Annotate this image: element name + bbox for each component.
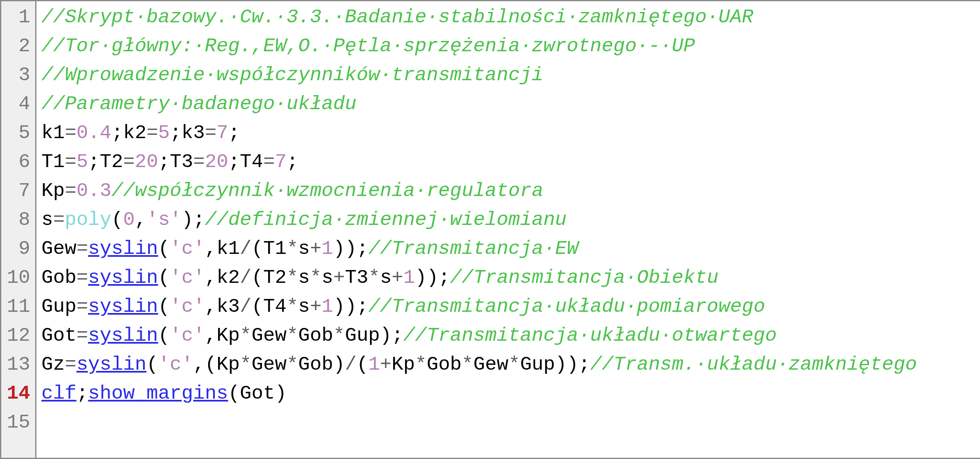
code-token: 20 — [205, 151, 228, 173]
code-token: ,k3 — [205, 296, 240, 318]
code-token: , — [135, 209, 147, 231]
line-number: 3 — [1, 61, 30, 90]
code-token: + — [333, 267, 345, 289]
code-token: + — [392, 267, 403, 289]
code-token: = — [53, 209, 65, 231]
code-line[interactable]: Got=syslin('c',Kp*Gew*Gob*Gup);//Transmi… — [41, 321, 980, 350]
code-token: //Skrypt·bazowy.·Cw.·3.3.·Badanie·stabil… — [41, 6, 753, 28]
code-token: //Wprowadzenie·współczynników·transmitan… — [41, 64, 543, 86]
code-line[interactable]: k1=0.4;k2=5;k3=7; — [41, 119, 980, 148]
code-token: syslin — [77, 354, 147, 375]
code-line[interactable]: //Wprowadzenie·współczynników·transmitan… — [41, 61, 980, 90]
line-number: 10 — [1, 263, 30, 292]
code-token: (T1 — [252, 238, 287, 260]
code-area[interactable]: //Skrypt·bazowy.·Cw.·3.3.·Badanie·stabil… — [36, 1, 980, 458]
code-token: = — [77, 296, 88, 318]
line-number-gutter: 123456789101112131415 — [1, 1, 36, 458]
code-token: + — [310, 296, 322, 318]
code-line[interactable]: //Parametry·badanego·układu — [41, 90, 980, 119]
code-token: 5 — [158, 122, 170, 144]
code-editor[interactable]: 123456789101112131415 //Skrypt·bazowy.·C… — [0, 0, 980, 459]
code-token: ,Kp — [205, 325, 240, 347]
code-token: + — [380, 354, 392, 375]
code-token: Gew — [252, 325, 287, 347]
code-token: 'c' — [170, 238, 205, 260]
code-token: syslin — [88, 325, 158, 347]
code-token: syslin — [88, 238, 158, 260]
code-token: Gob — [298, 325, 334, 347]
code-token: = — [77, 325, 88, 347]
line-number: 1 — [1, 3, 30, 32]
line-number: 2 — [1, 32, 30, 61]
code-token: 0.3 — [77, 180, 112, 202]
code-line[interactable]: T1=5;T2=20;T3=20;T4=7; — [41, 148, 980, 177]
code-token: * — [286, 325, 298, 347]
code-token: )); — [333, 296, 368, 318]
code-token: T1 — [41, 151, 65, 173]
line-number: 14 — [1, 379, 30, 408]
code-token: )); — [333, 238, 368, 260]
code-token: = — [65, 122, 76, 144]
code-line[interactable]: Gew=syslin('c',k1/(T1*s+1));//Transmitan… — [41, 234, 980, 263]
code-token: 'c' — [170, 325, 205, 347]
code-token: Gew — [41, 238, 77, 260]
line-number: 7 — [1, 177, 30, 206]
code-line[interactable]: Gup=syslin('c',k3/(T4*s+1));//Transmitan… — [41, 292, 980, 321]
code-line[interactable]: //Skrypt·bazowy.·Cw.·3.3.·Badanie·stabil… — [41, 3, 980, 32]
code-token: ( — [158, 267, 170, 289]
code-token: * — [310, 267, 322, 289]
code-token: 20 — [135, 151, 158, 173]
code-token: ,k1 — [205, 238, 240, 260]
code-token: ( — [111, 209, 123, 231]
code-token: * — [368, 267, 380, 289]
code-token: Kp — [392, 354, 415, 375]
code-token: )); — [415, 267, 450, 289]
code-token: ; — [77, 382, 88, 404]
code-token: 0 — [123, 209, 135, 231]
line-number: 13 — [1, 350, 30, 379]
code-token: / — [240, 296, 252, 318]
code-token: s — [298, 267, 310, 289]
code-line[interactable]: s=poly(0,'s');//definicja·zmiennej·wielo… — [41, 206, 980, 234]
code-token: Gew — [473, 354, 509, 375]
code-line[interactable] — [41, 408, 980, 437]
code-token: (T4 — [252, 296, 287, 318]
code-token: / — [240, 238, 252, 260]
code-token: ;T2 — [88, 151, 123, 173]
code-token: //Transmitancja·EW — [368, 238, 579, 260]
code-line[interactable]: //Tor·główny:·Reg.,EW,O.·Pętla·sprzężeni… — [41, 32, 980, 61]
code-line[interactable]: Kp=0.3//współczynnik·wzmocnienia·regulat… — [41, 177, 980, 206]
code-token: //Transmitancja·układu·otwartego — [403, 325, 777, 347]
code-token: ;k3 — [170, 122, 205, 144]
code-token: 7 — [216, 122, 228, 144]
code-token: ( — [158, 325, 170, 347]
code-token: 1 — [404, 267, 415, 289]
code-token: Gob — [41, 267, 77, 289]
code-token: s — [298, 238, 310, 260]
code-token: = — [123, 151, 135, 173]
code-token: s — [380, 267, 392, 289]
code-token: ;k2 — [111, 122, 147, 144]
code-token: 'c' — [170, 296, 205, 318]
code-token: Gew — [252, 354, 287, 375]
code-token: ; — [286, 151, 298, 173]
code-token: ( — [357, 354, 368, 375]
code-token: = — [77, 267, 88, 289]
code-token: ; — [228, 122, 240, 144]
code-token: Gup); — [345, 325, 403, 347]
code-token: 0.4 — [77, 122, 112, 144]
code-token: syslin — [88, 296, 158, 318]
code-token: //współczynnik·wzmocnienia·regulatora — [111, 180, 543, 202]
code-token: ); — [182, 209, 205, 231]
code-token: Gup)); — [520, 354, 590, 375]
code-line[interactable]: Gob=syslin('c',k2/(T2*s*s+T3*s+1));//Tra… — [41, 263, 980, 292]
code-token: = — [65, 180, 76, 202]
line-number: 5 — [1, 119, 30, 148]
code-line[interactable]: Gz=syslin('c',(Kp*Gew*Gob)/(1+Kp*Gob*Gew… — [41, 350, 980, 379]
code-token: s — [298, 296, 310, 318]
code-line[interactable]: clf;show_margins(Got) — [41, 379, 980, 408]
code-token: ;T4 — [228, 151, 263, 173]
code-token: Gob) — [298, 354, 345, 375]
code-token: = — [65, 151, 76, 173]
code-token: k1 — [41, 122, 65, 144]
